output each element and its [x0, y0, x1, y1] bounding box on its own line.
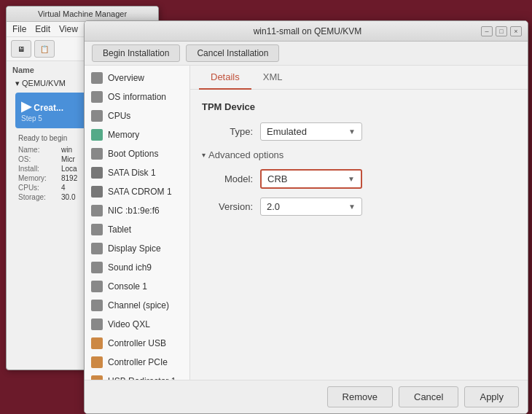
- bg-menu-view[interactable]: View: [59, 24, 78, 34]
- type-row: Type: Emulated ▼: [202, 122, 516, 141]
- footer: Remove Cancel Apply: [85, 380, 528, 413]
- version-row: Version: 2.0 ▼: [202, 198, 516, 216]
- version-select-arrow: ▼: [348, 203, 356, 211]
- bg-menu-file[interactable]: File: [12, 24, 26, 34]
- sidebar-label-display-spice: Display Spice: [108, 243, 161, 254]
- sidebar-icon-nic: [90, 204, 103, 217]
- sidebar-icon-sata-disk1: [90, 166, 103, 179]
- toolbar: Begin Installation Cancel Installation: [85, 42, 528, 66]
- sidebar-item-usb-redirect1[interactable]: USB Redirector 1: [85, 372, 189, 380]
- main-window: win11-small on QEMU/KVM – □ × Begin Inst…: [84, 20, 528, 414]
- model-row: Model: CRB ▼: [202, 169, 516, 189]
- sidebar-icon-os-info: [90, 90, 103, 104]
- type-select[interactable]: Emulated ▼: [260, 122, 362, 141]
- model-select[interactable]: CRB ▼: [260, 169, 362, 189]
- model-label: Model:: [202, 173, 260, 184]
- sidebar-item-nic[interactable]: NIC :b1:9e:f6: [85, 201, 189, 220]
- sidebar-item-controller-pcie[interactable]: Controller PCIe: [85, 353, 189, 372]
- advanced-toggle-label: Advanced options: [208, 149, 283, 160]
- minimize-button[interactable]: –: [481, 26, 493, 36]
- sidebar-item-memory[interactable]: Memory: [85, 125, 189, 144]
- remove-button[interactable]: Remove: [327, 386, 393, 407]
- tabs: Details XML: [190, 66, 528, 90]
- sidebar-label-console1: Console 1: [108, 281, 147, 292]
- titlebar: win11-small on QEMU/KVM – □ ×: [85, 21, 528, 42]
- sidebar-icon-console1: [90, 280, 103, 293]
- titlebar-buttons: – □ ×: [481, 26, 522, 36]
- sidebar-item-os-info[interactable]: OS information: [85, 87, 189, 106]
- sidebar-icon-video-qxl: [90, 318, 103, 331]
- tab-xml[interactable]: XML: [251, 66, 294, 90]
- sidebar-label-boot-options: Boot Options: [108, 149, 158, 159]
- main-panel: Details XML TPM Device Type: Emulated ▼ …: [190, 66, 528, 380]
- sidebar-icon-display-spice: [90, 242, 103, 255]
- sidebar-icon-tablet: [90, 223, 103, 236]
- sidebar-icon-controller-usb: [90, 337, 103, 350]
- sidebar-item-boot-options[interactable]: Boot Options: [85, 144, 189, 163]
- sidebar-icon-sata-cdrom1: [90, 185, 103, 198]
- sidebar-label-cpus: CPUs: [108, 111, 130, 121]
- sidebar-icon-overview: [90, 71, 103, 85]
- sidebar-label-sata-disk1: SATA Disk 1: [108, 168, 156, 178]
- section-title: TPM Device: [202, 101, 516, 112]
- sidebar-icon-cpus: [90, 109, 103, 122]
- sidebar-icon-memory: [90, 128, 103, 141]
- sidebar-item-channel-spice[interactable]: Channel (spice): [85, 296, 189, 315]
- bg-title: Virtual Machine Manager: [38, 9, 127, 18]
- sidebar-label-nic: NIC :b1:9e:f6: [108, 206, 160, 216]
- cancel-installation-button[interactable]: Cancel Installation: [186, 44, 279, 62]
- sidebar-icon-controller-pcie: [90, 356, 103, 369]
- sidebar-item-cpus[interactable]: CPUs: [85, 106, 189, 125]
- sidebar-icon-usb-redirect1: [90, 375, 103, 380]
- panel-content: TPM Device Type: Emulated ▼ ▾ Advanced o…: [190, 90, 528, 380]
- bg-titlebar: Virtual Machine Manager: [7, 7, 158, 22]
- model-select-value: CRB: [267, 173, 343, 184]
- sidebar-item-sound-ich9[interactable]: Sound ich9: [85, 258, 189, 277]
- cancel-button[interactable]: Cancel: [399, 386, 458, 407]
- sidebar-label-sata-cdrom1: SATA CDROM 1: [108, 187, 172, 197]
- sidebar-label-tablet: Tablet: [108, 224, 131, 235]
- bg-toolbar-btn2[interactable]: 📋: [34, 40, 55, 58]
- sidebar-label-memory: Memory: [108, 130, 139, 140]
- model-select-arrow: ▼: [348, 175, 355, 183]
- sidebar-item-console1[interactable]: Console 1: [85, 277, 189, 296]
- sidebar: OverviewOS informationCPUsMemoryBoot Opt…: [85, 66, 190, 380]
- sidebar-item-tablet[interactable]: Tablet: [85, 220, 189, 239]
- sidebar-icon-channel-spice: [90, 299, 103, 312]
- sidebar-icon-sound-ich9: [90, 261, 103, 274]
- sidebar-icon-boot-options: [90, 147, 103, 160]
- sidebar-label-overview: Overview: [108, 73, 144, 83]
- sidebar-item-controller-usb[interactable]: Controller USB: [85, 334, 189, 353]
- version-select[interactable]: 2.0 ▼: [260, 198, 362, 216]
- window-title: win11-small on QEMU/KVM: [134, 26, 481, 36]
- sidebar-label-controller-pcie: Controller PCIe: [108, 357, 168, 367]
- advanced-section: ▾ Advanced options Model: CRB ▼ Version:: [202, 149, 516, 216]
- bg-menu-edit[interactable]: Edit: [35, 24, 50, 34]
- begin-installation-button[interactable]: Begin Installation: [92, 44, 180, 62]
- version-select-value: 2.0: [267, 201, 344, 212]
- sidebar-label-channel-spice: Channel (spice): [108, 300, 169, 310]
- sidebar-item-video-qxl[interactable]: Video QXL: [85, 315, 189, 334]
- type-select-value: Emulated: [267, 126, 344, 137]
- sidebar-item-sata-cdrom1[interactable]: SATA CDROM 1: [85, 182, 189, 201]
- apply-button[interactable]: Apply: [464, 386, 519, 407]
- sidebar-item-sata-disk1[interactable]: SATA Disk 1: [85, 163, 189, 182]
- sidebar-label-sound-ich9: Sound ich9: [108, 262, 152, 273]
- sidebar-label-os-info: OS information: [108, 92, 166, 102]
- maximize-button[interactable]: □: [496, 26, 507, 36]
- version-label: Version:: [202, 201, 260, 212]
- content-area: OverviewOS informationCPUsMemoryBoot Opt…: [85, 66, 528, 380]
- sidebar-item-display-spice[interactable]: Display Spice: [85, 239, 189, 258]
- close-button[interactable]: ×: [510, 26, 522, 36]
- sidebar-label-video-qxl: Video QXL: [108, 319, 150, 329]
- type-select-arrow: ▼: [348, 128, 356, 136]
- sidebar-item-overview[interactable]: Overview: [85, 69, 189, 87]
- bg-toolbar-btn1[interactable]: 🖥: [11, 40, 31, 58]
- type-label: Type:: [202, 126, 260, 137]
- tab-details[interactable]: Details: [199, 66, 251, 90]
- advanced-toggle-arrow: ▾: [202, 151, 206, 159]
- advanced-toggle[interactable]: ▾ Advanced options: [202, 149, 516, 160]
- sidebar-label-controller-usb: Controller USB: [108, 338, 166, 348]
